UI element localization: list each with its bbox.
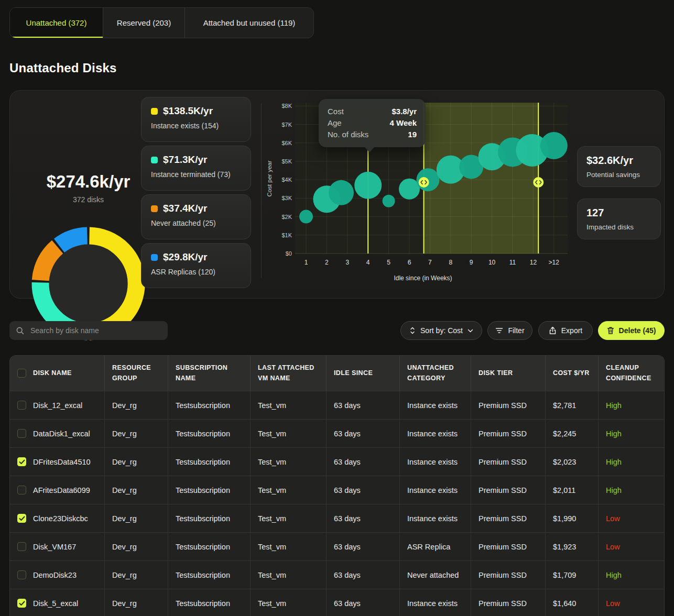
row-checkbox[interactable] <box>17 457 26 466</box>
table-row[interactable]: DemoDisk23Dev_rgTestsubscriptionTest_vm6… <box>10 560 664 589</box>
potential-savings-value: $32.6K/yr <box>586 155 651 167</box>
cell-subscription: Testsubscription <box>168 504 251 532</box>
cell-cost: $1,709 <box>546 561 599 589</box>
category-tabs: Unattached (372) Reserved (203) Attached… <box>9 7 314 38</box>
sort-dropdown[interactable]: Sort by: Cost <box>400 321 482 340</box>
cell-disk-name: Disk_5_excal <box>10 589 105 616</box>
svg-text:10: 10 <box>488 259 496 266</box>
row-checkbox[interactable] <box>17 542 26 551</box>
tooltip-age-label: Age <box>328 117 342 129</box>
cell-category: Never attached <box>400 561 471 589</box>
cell-confidence: High <box>599 561 664 589</box>
cell-category: ASR Replica <box>400 533 471 560</box>
disk-name: Clone23Diskcbc <box>33 514 88 523</box>
legend-card-asr-replicas[interactable]: $29.8K/yr ASR Replicas (120) <box>141 243 251 288</box>
disk-name: DataDisk1_excal <box>33 430 90 438</box>
table-row[interactable]: Disk_5_excalDev_rgTestsubscriptionTest_v… <box>10 589 664 616</box>
svg-text:Cost per year: Cost per year <box>266 160 273 196</box>
impacted-disks-card: 127 Impacted disks <box>577 199 661 239</box>
table-body: Disk_12_excalDev_rgTestsubscriptionTest_… <box>10 391 664 616</box>
tab-attached-but-unused[interactable]: Attached but unused (119) <box>185 8 313 38</box>
disk-name: Disk_5_excal <box>33 599 78 608</box>
cell-category: Instance exists <box>400 420 471 447</box>
svg-text:6: 6 <box>408 259 411 266</box>
cell-idle: 63 days <box>327 561 400 589</box>
svg-text:$3K: $3K <box>281 195 292 201</box>
filter-button[interactable]: Filter <box>487 321 532 340</box>
header-disk-name: DISK NAME <box>10 356 105 391</box>
legend-value: $29.8K/yr <box>163 251 208 263</box>
donut-center: $274.6k/yr 372 disks <box>26 172 150 204</box>
cell-resource_group: Dev_rg <box>105 476 168 504</box>
cell-cost: $1,923 <box>546 533 599 560</box>
cell-idle: 63 days <box>327 448 400 476</box>
cell-cost: $2,023 <box>546 448 599 476</box>
cell-vm: Test_vm <box>251 533 327 560</box>
legend-value: $138.5K/yr <box>163 105 213 117</box>
tab-reserved[interactable]: Reserved (203) <box>103 8 185 38</box>
row-checkbox[interactable] <box>17 514 26 523</box>
row-checkbox[interactable] <box>17 570 26 579</box>
cell-resource_group: Dev_rg <box>105 533 168 560</box>
cell-confidence: Low <box>599 589 664 616</box>
cell-resource_group: Dev_rg <box>105 420 168 447</box>
row-checkbox[interactable] <box>17 429 26 438</box>
disk-name: Disk_VM167 <box>33 543 76 551</box>
table-row[interactable]: Disk_12_excalDev_rgTestsubscriptionTest_… <box>10 391 664 419</box>
table-row[interactable]: AFritesData6099Dev_rgTestsubscriptionTes… <box>10 476 664 504</box>
tab-attached-but-unused-label: Attached but unused (119) <box>203 18 296 27</box>
svg-text:$8K: $8K <box>281 103 292 109</box>
sort-label: Sort by: Cost <box>420 326 463 335</box>
svg-text:Idle since (in Weeks): Idle since (in Weeks) <box>394 274 452 282</box>
tooltip-cost-label: Cost <box>328 106 344 117</box>
header-disk-tier: DISK TIER <box>471 356 546 391</box>
row-checkbox[interactable] <box>17 401 26 410</box>
row-checkbox[interactable] <box>17 599 26 608</box>
cell-tier: Premium SSD <box>471 561 546 589</box>
row-checkbox[interactable] <box>17 486 26 494</box>
impacted-disks-label: Impacted disks <box>586 223 651 231</box>
tooltip-cost-value: $3.8/yr <box>392 106 417 117</box>
search-input[interactable] <box>29 326 157 335</box>
svg-text:12: 12 <box>530 259 537 266</box>
cell-vm: Test_vm <box>251 476 327 504</box>
legend-card-instance-exists[interactable]: $138.5K/yr Instance exists (154) <box>141 97 251 142</box>
svg-text:11: 11 <box>509 259 516 266</box>
potential-savings-card: $32.6K/yr Potential savings <box>577 146 661 187</box>
legend-card-instance-terminated[interactable]: $71.3K/yr Instance terminated (73) <box>141 146 251 191</box>
export-label: Export <box>561 326 582 335</box>
legend-label: Instance terminated (73) <box>151 170 241 179</box>
table-row[interactable]: Disk_VM167Dev_rgTestsubscriptionTest_vm6… <box>10 532 664 560</box>
cell-idle: 63 days <box>327 391 400 419</box>
export-button[interactable]: Export <box>538 321 593 340</box>
header-subscription-name: SUBSCRIPTION NAME <box>168 356 251 391</box>
cell-cost: $2,781 <box>546 391 599 419</box>
cell-disk-name: DemoDisk23 <box>10 561 105 589</box>
delete-button[interactable]: Delete (45) <box>598 321 665 340</box>
header-resource-group: RESOURCE GROUP <box>105 356 168 391</box>
cell-cost: $2,011 <box>546 476 599 504</box>
impacted-disks-value: 127 <box>586 207 651 219</box>
cell-vm: Test_vm <box>251 589 327 616</box>
tooltip-caret <box>365 147 374 152</box>
cell-idle: 63 days <box>327 476 400 504</box>
cell-category: Instance exists <box>400 448 471 476</box>
table-row[interactable]: DFritesData4510Dev_rgTestsubscriptionTes… <box>10 447 664 476</box>
cell-subscription: Testsubscription <box>168 476 251 504</box>
cell-idle: 63 days <box>327 589 400 616</box>
tooltip-disks-value: 19 <box>408 129 417 140</box>
cell-disk-name: DataDisk1_excal <box>10 420 105 447</box>
table-row[interactable]: DataDisk1_excalDev_rgTestsubscriptionTes… <box>10 419 664 447</box>
svg-text:2: 2 <box>325 259 329 266</box>
legend-label: Never attached (25) <box>151 219 241 227</box>
tooltip-age-value: 4 Week <box>390 117 417 129</box>
select-all-checkbox[interactable] <box>17 369 26 378</box>
legend-card-never-attached[interactable]: $37.4K/yr Never attached (25) <box>141 194 251 239</box>
tab-unattached[interactable]: Unattached (372) <box>10 8 103 38</box>
donut-total-value: $274.6k/yr <box>26 172 150 192</box>
svg-text:$5K: $5K <box>281 158 292 164</box>
table-row[interactable]: Clone23DiskcbcDev_rgTestsubscriptionTest… <box>10 504 664 532</box>
disk-name: DFritesData4510 <box>33 458 91 466</box>
svg-text:$1K: $1K <box>281 232 292 238</box>
cell-confidence: High <box>599 476 664 504</box>
